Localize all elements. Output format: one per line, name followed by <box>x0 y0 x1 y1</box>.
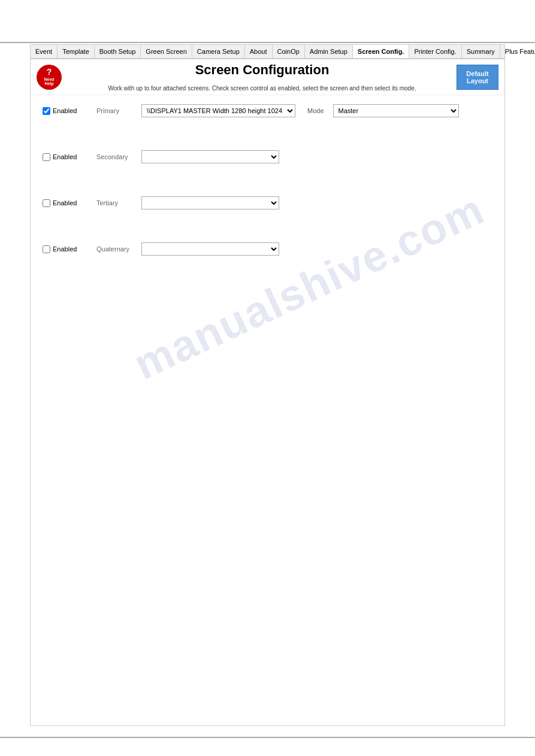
secondary-label: Secondary <box>96 153 135 160</box>
logo-icon: ? Need Help <box>37 65 62 90</box>
primary-mode-label: Mode <box>307 107 324 114</box>
nav-item-about[interactable]: About <box>245 45 273 58</box>
primary-mode-select[interactable]: Master <box>333 104 459 117</box>
nav-item-admin-setup[interactable]: Admin Setup <box>305 45 353 58</box>
tertiary-screen-row: Enabled Tertiary <box>43 196 492 210</box>
quaternary-display-select[interactable] <box>141 242 279 256</box>
secondary-enabled-checkbox[interactable] <box>43 153 50 161</box>
page-title: Screen Configuration <box>195 62 330 83</box>
secondary-checkbox-group: Enabled <box>43 153 90 161</box>
primary-enabled-text: Enabled <box>53 107 77 114</box>
default-layout-button[interactable]: DefaultLayout <box>457 65 498 90</box>
quaternary-enabled-checkbox[interactable] <box>43 245 50 253</box>
primary-checkbox-group: Primary Enabled <box>43 107 90 115</box>
header-area: ? Need Help Screen Configuration Work wi… <box>31 59 504 95</box>
quaternary-label: Quaternary <box>96 245 135 253</box>
primary-label: Primary <box>96 107 135 114</box>
secondary-enabled-text: Enabled <box>53 153 77 160</box>
nav-item-screen-config[interactable]: Screen Config. <box>353 45 410 58</box>
secondary-screen-row: Enabled Secondary <box>43 150 492 163</box>
nav-item-camera-setup[interactable]: Camera Setup <box>192 45 245 58</box>
nav-item-printer-config[interactable]: Printer Config. <box>409 45 461 58</box>
tertiary-enabled-text: Enabled <box>53 199 77 207</box>
nav-item-booth-setup[interactable]: Booth Setup <box>95 45 141 58</box>
nav-item-plus-features[interactable]: Plus Features <box>500 45 535 58</box>
primary-enabled-checkbox[interactable] <box>43 107 50 115</box>
nav-item-template[interactable]: Template <box>58 45 95 58</box>
primary-screen-row: Primary Enabled Primary \\DISPLAY1 MASTE… <box>43 104 492 117</box>
nav-item-coinop[interactable]: CoinOp <box>273 45 305 58</box>
logo-area: ? Need Help <box>37 62 62 92</box>
tertiary-label: Tertiary <box>96 199 135 207</box>
tertiary-enabled-checkbox[interactable] <box>43 199 50 207</box>
tertiary-display-select[interactable] <box>141 196 279 210</box>
tertiary-checkbox-group: Enabled <box>43 199 90 207</box>
quaternary-enabled-text: Enabled <box>53 245 77 253</box>
page-subtitle: Work with up to four attached screens. C… <box>108 85 416 92</box>
screen-section: Primary Enabled Primary \\DISPLAY1 MASTE… <box>31 95 504 265</box>
bottom-border <box>0 737 535 738</box>
quaternary-screen-row: Enabled Quaternary <box>43 242 492 256</box>
top-border <box>0 42 535 43</box>
main-content: ? Need Help Screen Configuration Work wi… <box>30 59 505 726</box>
secondary-display-select[interactable] <box>141 150 279 163</box>
primary-display-select[interactable]: \\DISPLAY1 MASTER Width 1280 height 1024 <box>141 104 295 117</box>
nav-item-event[interactable]: Event <box>31 45 58 58</box>
quaternary-checkbox-group: Enabled <box>43 245 90 253</box>
nav-item-summary[interactable]: Summary <box>462 45 500 58</box>
title-wrapper: Screen Configuration Work with up to fou… <box>68 62 457 92</box>
nav-item-green-screen[interactable]: Green Screen <box>141 45 192 58</box>
nav-bar: Event Template Booth Setup Green Screen … <box>30 44 505 59</box>
